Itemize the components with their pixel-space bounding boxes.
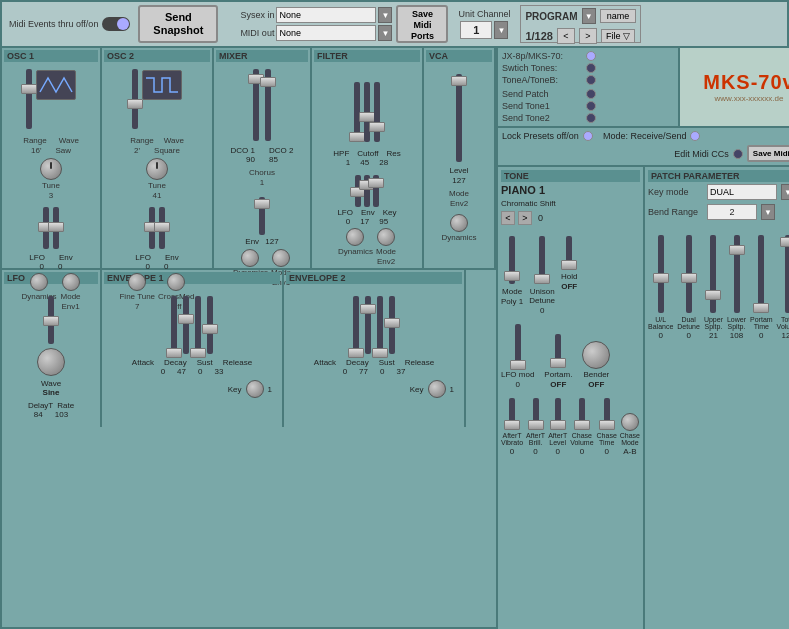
bottom-modules-row: LFO Wave Sine: [2, 270, 496, 427]
save-midi-ccs-button[interactable]: Save Midi CCs: [747, 145, 789, 162]
dual-detune-label: DualDetune: [677, 316, 700, 330]
aftertouch-row: AfterTVibrato 0 AfterTBrill. 0: [501, 393, 640, 456]
portam-time-fader[interactable]: [758, 230, 764, 315]
mixer-env-value: 127: [265, 237, 278, 246]
total-volume-fader[interactable]: [785, 230, 789, 315]
env2-key-knob[interactable]: [428, 380, 446, 398]
mixer-mode-knob[interactable]: [272, 249, 290, 267]
bender-knob[interactable]: [582, 341, 610, 369]
jx-label: JX-8p/MKS-70:: [502, 51, 582, 61]
key-mode-arrow[interactable]: ▼: [781, 184, 789, 200]
osc2-range-label: Range: [130, 136, 154, 145]
file-button[interactable]: File ▽: [601, 29, 635, 43]
chromatic-shift-next[interactable]: >: [518, 211, 532, 225]
vca-dynamics-knob[interactable]: [450, 214, 468, 232]
lower-split-value: 108: [730, 331, 743, 340]
lfo-wave-knob[interactable]: [37, 348, 65, 376]
save-midi-ports-button[interactable]: Save Midi Ports: [396, 5, 448, 43]
after-t-level-fader[interactable]: [555, 393, 561, 431]
osc2-tune-knob[interactable]: [146, 158, 168, 180]
env1-release-fader[interactable]: [207, 291, 213, 356]
osc2-range-fader[interactable]: [132, 64, 138, 134]
main-container: Midi Events thru off/on Send Snapshot Sy…: [0, 0, 789, 629]
upper-split-fader[interactable]: [710, 230, 716, 315]
key-mode-dropdown[interactable]: DUAL: [707, 184, 777, 200]
osc2-env-fader[interactable]: [159, 202, 165, 252]
filter-res-fader[interactable]: [374, 77, 380, 147]
env2-sust-fader[interactable]: [377, 291, 383, 356]
osc1-tune-knob[interactable]: [40, 158, 62, 180]
mode-unison-row: Mode Poly 1 UnisonDetune 0: [501, 231, 640, 315]
midi-events-toggle[interactable]: [102, 17, 130, 31]
osc1-range-value: 16': [31, 146, 41, 155]
patch-param-section: Patch Parameter Key mode DUAL ▼ Bend Ran…: [645, 167, 789, 629]
unit-channel-section: Unit Channel 1 ▼: [458, 5, 510, 43]
chase-volume-fader[interactable]: [579, 393, 585, 431]
filter-cutoff-fader[interactable]: [364, 77, 370, 147]
top-bar: Midi Events thru off/on Send Snapshot Sy…: [2, 2, 787, 48]
dual-detune-fader[interactable]: [686, 230, 692, 315]
after-t-level-value: 0: [555, 447, 559, 456]
lower-split-fader[interactable]: [734, 230, 740, 315]
lfo-fader[interactable]: [48, 291, 54, 346]
mixer-dco1-fader[interactable]: [253, 64, 259, 144]
send-tone1-led: [586, 101, 596, 111]
name-button[interactable]: name: [600, 9, 637, 23]
env1-key-knob[interactable]: [246, 380, 264, 398]
vca-level-fader[interactable]: [456, 69, 462, 164]
lfo-mod-fader[interactable]: [515, 319, 521, 369]
filter-env-fader[interactable]: [364, 170, 370, 208]
osc1-range-fader[interactable]: [26, 64, 32, 134]
osc1-mode-knob[interactable]: [62, 273, 80, 291]
env2-decay-fader[interactable]: [365, 291, 371, 356]
env1-decay-fader[interactable]: [183, 291, 189, 356]
osc1-dynamics-knob[interactable]: [30, 273, 48, 291]
chase-mode-knob[interactable]: [621, 413, 639, 431]
chase-volume-label: ChaseVolume: [570, 432, 593, 446]
switch-tones-row: Swtich Tones:: [502, 63, 674, 73]
mixer-env-fader[interactable]: [259, 192, 265, 237]
after-t-brill-label: AfterTBrill.: [526, 432, 545, 446]
chase-time-fader[interactable]: [604, 393, 610, 431]
osc1-env-fader[interactable]: [53, 202, 59, 252]
env1-sust-fader[interactable]: [195, 291, 201, 356]
after-t-vibrato-col: AfterTVibrato 0: [501, 393, 523, 456]
env2-key-value: 1: [450, 385, 454, 394]
tone-mode-fader[interactable]: [509, 231, 515, 286]
chase-mode-label: ChaseMode: [620, 432, 640, 446]
bend-range-arrow[interactable]: ▼: [761, 204, 775, 220]
program-arrow[interactable]: ▼: [582, 8, 596, 24]
filter-dynamics-knob[interactable]: [346, 228, 364, 246]
filter-key-fader[interactable]: [373, 170, 379, 208]
hold-fader[interactable]: [566, 231, 572, 271]
lfo-wave-label: Wave: [41, 379, 61, 388]
sysex-in-dropdown[interactable]: None: [276, 7, 376, 23]
filter-mode-knob[interactable]: [377, 228, 395, 246]
chromatic-shift-prev[interactable]: <: [501, 211, 515, 225]
midi-out-arrow[interactable]: ▼: [378, 25, 392, 41]
env2-release-fader[interactable]: [389, 291, 395, 356]
sysex-in-arrow[interactable]: ▼: [378, 7, 392, 23]
after-t-vibrato-fader[interactable]: [509, 393, 515, 431]
mixer-dco2-label: DCO 2: [269, 146, 293, 155]
mixer-dco2-fader[interactable]: [265, 64, 271, 144]
patch-param-label: Patch Parameter: [648, 170, 789, 182]
send-snapshot-button[interactable]: Send Snapshot: [138, 5, 218, 43]
env2-attack-fader[interactable]: [353, 291, 359, 356]
mixer-dynamics-knob[interactable]: [241, 249, 259, 267]
unison-detune-col: UnisonDetune 0: [529, 231, 555, 315]
after-t-brill-fader[interactable]: [533, 393, 539, 431]
program-next-button[interactable]: >: [579, 28, 597, 44]
vca-dynamics-label: Dynamics: [441, 233, 476, 242]
portam-fader[interactable]: [555, 329, 561, 369]
program-prev-button[interactable]: <: [557, 28, 575, 44]
env1-attack-fader[interactable]: [171, 291, 177, 356]
ul-balance-fader[interactable]: [658, 230, 664, 315]
tone-section: TONE PIANO 1 Chromatic Shift < > 0: [498, 167, 645, 629]
filter-lfo-value: 0: [346, 217, 350, 226]
upper-split-label: UpperSpltp.: [704, 316, 723, 330]
unit-channel-arrow[interactable]: ▼: [494, 21, 508, 39]
chase-mode-value: A-B: [623, 447, 636, 456]
unison-detune-fader[interactable]: [539, 231, 545, 286]
midi-out-dropdown[interactable]: None: [276, 25, 376, 41]
